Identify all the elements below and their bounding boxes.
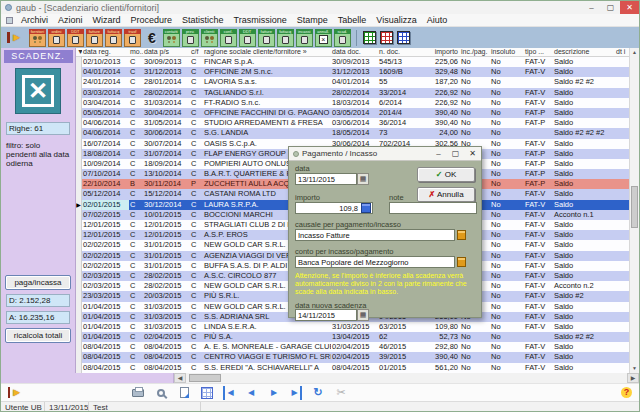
maximize-button[interactable]: ▢ [601, 1, 620, 14]
table-row[interactable]: 03/04/2014C31/03/2014CFT-RADIO S.n.c.18/… [76, 98, 639, 108]
column-header-importo[interactable]: importo [420, 48, 460, 56]
column-header-dataps[interactable]: data p/s [143, 48, 190, 56]
table-header: ▼data reg.mo...data p/sc/fragione social… [76, 48, 639, 57]
table-row[interactable]: 03/03/2014C28/02/2014CTAGLIANDO S.r.l.28… [76, 88, 639, 98]
table-row[interactable]: 04/06/2014C31/05/2014CSTUDIO ARREDAMENTI… [76, 118, 639, 128]
calendar-icon[interactable]: ▦ [357, 173, 369, 185]
toolbar-scad-button[interactable]: scad. [334, 29, 351, 47]
minimize-button[interactable]: – [582, 1, 601, 14]
toolbar-fatture-button[interactable]: fatture [258, 29, 275, 47]
vertical-scrollbar[interactable]: ▲ ▼ [629, 48, 639, 373]
menu-visualizza[interactable]: Visualizza [371, 15, 421, 25]
toolbar-conf-button[interactable]: conf. [220, 29, 237, 47]
menu-stampe[interactable]: Stampe [292, 15, 333, 25]
hscroll-thumb[interactable] [189, 374, 221, 382]
column-header-mo[interactable]: mo... [129, 48, 143, 56]
exit-icon[interactable]: ► [8, 386, 22, 400]
refresh-icon[interactable]: ↻ [311, 386, 325, 400]
table-row[interactable]: 01/04/2015C31/03/2015CLINDA S.E.R.A.31/0… [76, 322, 639, 332]
data-field[interactable]: 13/11/2015 [295, 173, 357, 185]
scroll-down-icon[interactable]: ▼ [630, 364, 639, 373]
toolbar-contatti-button[interactable]: contatti [163, 29, 180, 47]
conto-lookup-icon[interactable] [457, 257, 466, 267]
paga-incassa-button[interactable]: paga/incassa [5, 275, 71, 290]
table-green-icon[interactable] [363, 31, 376, 44]
column-header-datareg[interactable]: data reg. [82, 48, 129, 56]
table-row[interactable]: 08/04/2015C08/04/2015CCENTRO VIAGGI E TU… [76, 352, 639, 362]
toolbar-fatture-button[interactable]: fatture [86, 29, 103, 47]
dialog-maximize-button[interactable]: ▢ [447, 147, 464, 160]
edit-document-icon[interactable] [177, 386, 191, 400]
toolbar-separator [356, 30, 357, 46]
print-icon[interactable] [131, 386, 145, 400]
grid-view-icon[interactable] [200, 386, 214, 400]
menu-aiuto[interactable]: Aiuto [422, 15, 453, 25]
table-row[interactable]: 04/01/2014C31/12/2013COFFICINE 2M S.n.c.… [76, 67, 639, 77]
search-icon[interactable] [154, 386, 168, 400]
column-header-cf[interactable]: c/f [190, 48, 203, 56]
menu-trasmissione[interactable]: Trasmissione [229, 15, 292, 25]
toolbar-ordini-button[interactable]: ordini [48, 29, 65, 47]
calculator-icon[interactable] [361, 203, 371, 213]
next-record-icon[interactable]: ▶ [267, 386, 281, 400]
calendar-icon[interactable]: ▦ [357, 309, 369, 321]
column-header-ndoc[interactable]: n. doc. [378, 48, 420, 56]
note-field[interactable] [389, 202, 477, 214]
column-header-tipo[interactable]: tipo ... [524, 48, 553, 56]
menu-azioni[interactable]: Azioni [53, 15, 88, 25]
table-blue-icon[interactable] [397, 31, 410, 44]
dialog-icon [293, 151, 299, 157]
euro-icon[interactable]: € [148, 30, 156, 46]
dialog-close-button[interactable]: ✕ [464, 147, 481, 160]
annulla-button[interactable]: ✗ Annulla [417, 187, 475, 202]
column-header-ragionesocialeclientefornitore[interactable]: ragione sociale cliente/fornitore » [203, 48, 331, 56]
column-header-incpag[interactable]: inc./pag. [460, 48, 490, 56]
nuova-scadenza-field[interactable]: 14/11/2015 [295, 309, 357, 321]
toolbar-trasf-button[interactable]: trasf [124, 29, 141, 47]
scroll-up-icon[interactable]: ▲ [630, 48, 639, 57]
mdi-child-icon[interactable] [6, 17, 13, 24]
menu-wizard[interactable]: Wizard [88, 15, 126, 25]
table-row[interactable]: 24/01/2014C28/01/2014CLAVORIA S.a.s.04/0… [76, 77, 639, 87]
causale-lookup-icon[interactable] [457, 230, 466, 240]
conto-field[interactable]: Banca Popolare del Mezzogiorno [295, 256, 455, 268]
row-count-field: Righe: 61 [6, 122, 70, 135]
menu-procedure[interactable]: Procedure [126, 15, 178, 25]
menu-statistiche[interactable]: Statistiche [177, 15, 229, 25]
previous-record-icon[interactable]: ◀ [244, 386, 258, 400]
dialog-minimize-button[interactable]: – [430, 147, 447, 160]
close-scadenziario-button[interactable]: ✕ [15, 68, 61, 114]
menu-archivi[interactable]: Archivi [16, 15, 53, 25]
first-record-icon[interactable]: ◀ [223, 386, 235, 400]
close-button[interactable]: ✕ [620, 1, 639, 14]
table-red-icon[interactable] [380, 31, 393, 44]
column-header-insoluto[interactable]: insoluto [490, 48, 524, 56]
toolbar-fattacq-button[interactable]: fattacq [105, 29, 122, 47]
table-row[interactable]: 08/04/2015C08/04/2015CS.S. EREDI "A. SCH… [76, 363, 639, 373]
toolbar-clienti-button[interactable]: clienti [201, 29, 218, 47]
toolbar-fornitori-button[interactable]: fornitori [29, 29, 46, 47]
causale-field[interactable]: Incasso Fatture [295, 229, 455, 241]
toolbar-fattacq-button[interactable]: fattacq [277, 29, 294, 47]
toolbar-prev-button[interactable]: prev. [182, 29, 199, 47]
toolbar-DDT-button[interactable]: DDT [239, 29, 256, 47]
table-row[interactable]: 08/04/2015C08/04/2015CA. E. S. MONREALE … [76, 342, 639, 352]
toolbar-DDT-button[interactable]: DDT [67, 29, 84, 47]
exit-icon[interactable]: ► [7, 32, 22, 43]
vscroll-thumb[interactable] [631, 186, 638, 228]
column-header-descrizione[interactable]: descrizione [553, 48, 615, 56]
scroll-left-icon[interactable]: ◀ [174, 373, 186, 383]
table-row[interactable]: 02/10/2013C30/09/2013CFINCAR S.p.A.30/09… [76, 57, 639, 67]
menu-tabelle[interactable]: Tabelle [333, 15, 372, 25]
toolbar-annull-button[interactable]: annull.× [315, 29, 332, 47]
help-icon[interactable]: ? [621, 387, 632, 398]
toolbar-incassi-button[interactable]: incassi [296, 29, 313, 47]
table-row[interactable]: 05/05/2014C30/04/2014COFFICINE FACCHINI … [76, 108, 639, 118]
table-row[interactable]: 04/06/2014C30/06/2014CS.G. LANDIA18/05/2… [76, 128, 639, 138]
ricalcola-totali-button[interactable]: ricalcola totali [5, 328, 71, 343]
table-row[interactable]: 01/04/2015C02/04/2015CPIÙ S.A.13/04/2015… [76, 332, 639, 342]
last-record-icon[interactable]: ▶ [290, 386, 302, 400]
column-header-datadoc[interactable]: data doc. [331, 48, 378, 56]
ok-button[interactable]: ✓ OK [417, 167, 475, 182]
scroll-right-icon[interactable]: ▶ [627, 373, 639, 383]
